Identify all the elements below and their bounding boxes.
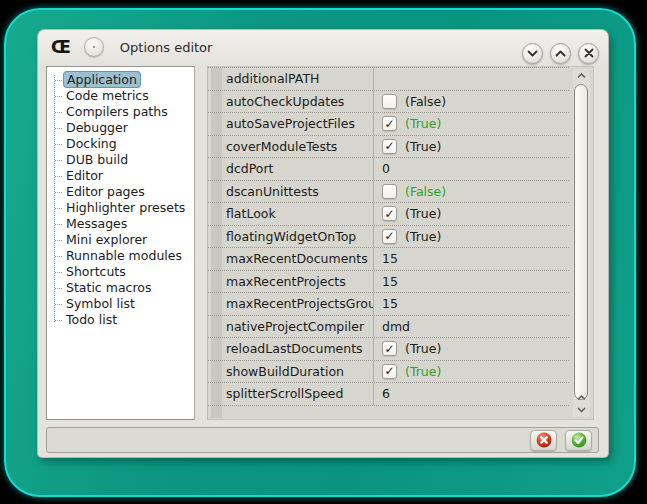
chevron-down-icon: [577, 407, 586, 413]
close-button[interactable]: [578, 43, 599, 64]
property-name: nativeProjectCompiler: [226, 319, 373, 334]
sidebar-item-compilers-paths[interactable]: Compilers paths: [47, 104, 194, 120]
property-value[interactable]: ✓ (True): [373, 361, 569, 383]
property-value[interactable]: (False): [373, 181, 569, 203]
checkbox-checked-icon[interactable]: ✓: [382, 139, 397, 154]
property-name: showBuildDuration: [226, 364, 373, 379]
property-name: maxRecentProjects: [226, 274, 373, 289]
close-icon: [584, 48, 594, 58]
checkbox-checked-icon[interactable]: ✓: [382, 364, 397, 379]
property-name: autoSaveProjectFiles: [226, 116, 373, 131]
property-name: maxRecentProjectsGrou: [226, 296, 373, 311]
sidebar-item-mini-explorer[interactable]: Mini explorer: [47, 232, 194, 248]
shade-down-button[interactable]: [522, 43, 543, 64]
property-name: dscanUnittests: [226, 184, 373, 199]
sidebar-item-editor[interactable]: Editor: [47, 168, 194, 184]
checkbox-checked-icon[interactable]: ✓: [382, 206, 397, 221]
table-row[interactable]: floatingWidgetOnTop ✓ (True): [208, 226, 569, 249]
sidebar-item-symbol-list[interactable]: Symbol list: [47, 296, 194, 312]
sidebar-item-application[interactable]: Application: [47, 72, 194, 88]
table-row[interactable]: flatLook ✓ (True): [208, 203, 569, 226]
sidebar-item-runnable-modules[interactable]: Runnable modules: [47, 248, 194, 264]
property-name: splitterScrollSpeed: [226, 386, 373, 401]
chevron-up-icon: [555, 50, 566, 57]
vertical-scrollbar[interactable]: [573, 69, 590, 417]
property-value[interactable]: 15: [373, 293, 569, 315]
scroll-up-button[interactable]: [573, 70, 590, 82]
window-menu-button[interactable]: [84, 37, 104, 57]
property-name: floatingWidgetOnTop: [226, 229, 373, 244]
window-controls: [522, 43, 599, 64]
property-value[interactable]: ✓ (True): [373, 203, 569, 225]
property-name: maxRecentDocuments: [226, 251, 373, 266]
table-row[interactable]: maxRecentProjectsGrou 15: [208, 293, 569, 316]
coedit-logo-icon: Œ: [51, 39, 71, 56]
table-row[interactable]: autoCheckUpdates (False): [208, 91, 569, 114]
screenshot-stage: Œ Options editor Application Code metric…: [0, 0, 647, 504]
chevron-up-icon: [577, 73, 586, 79]
sidebar-item-todo-list[interactable]: Todo list: [47, 312, 194, 328]
sidebar-item-static-macros[interactable]: Static macros: [47, 280, 194, 296]
property-value[interactable]: dmd: [373, 316, 569, 338]
categories-tree: Application Code metrics Compilers paths…: [47, 67, 194, 328]
options-editor-window: Œ Options editor Application Code metric…: [38, 30, 608, 457]
property-value[interactable]: ✓ (True): [373, 136, 569, 158]
property-rows: additionalPATH autoCheckUpdates (False) …: [208, 67, 569, 406]
table-row[interactable]: maxRecentDocuments 15: [208, 248, 569, 271]
property-name: reloadLastDocuments: [226, 341, 373, 356]
titlebar[interactable]: Œ Options editor: [38, 30, 608, 64]
property-value[interactable]: 15: [373, 271, 569, 293]
property-value[interactable]: 6: [373, 383, 569, 405]
chevron-down-icon: [527, 50, 538, 57]
checkbox-checked-icon[interactable]: ✓: [382, 229, 397, 244]
checkbox-unchecked-icon[interactable]: [382, 94, 397, 109]
property-name: additionalPATH: [226, 71, 373, 86]
property-name: dcdPort: [226, 161, 373, 176]
property-value[interactable]: [373, 68, 569, 90]
checkbox-checked-icon[interactable]: ✓: [382, 341, 397, 356]
table-row[interactable]: additionalPATH: [208, 68, 569, 91]
footer-bar: [46, 427, 599, 453]
categories-panel: Application Code metrics Compilers paths…: [46, 66, 195, 420]
sidebar-item-dub-build[interactable]: DUB build: [47, 152, 194, 168]
property-value[interactable]: ✓ (True): [373, 113, 569, 135]
sidebar-item-messages[interactable]: Messages: [47, 216, 194, 232]
table-row[interactable]: reloadLastDocuments ✓ (True): [208, 338, 569, 361]
table-row[interactable]: autoSaveProjectFiles ✓ (True): [208, 113, 569, 136]
property-value[interactable]: ✓ (True): [373, 338, 569, 360]
property-value[interactable]: 15: [373, 248, 569, 270]
sidebar-item-docking[interactable]: Docking: [47, 136, 194, 152]
property-value[interactable]: (False): [373, 91, 569, 113]
shade-up-button[interactable]: [550, 43, 571, 64]
accept-button[interactable]: [565, 430, 592, 451]
table-row[interactable]: splitterScrollSpeed 6: [208, 383, 569, 406]
scrollbar-thumb[interactable]: [574, 84, 588, 400]
checkbox-unchecked-icon[interactable]: [382, 184, 397, 199]
sidebar-item-code-metrics[interactable]: Code metrics: [47, 88, 194, 104]
property-value[interactable]: ✓ (True): [373, 226, 569, 248]
property-name: flatLook: [226, 206, 373, 221]
table-row[interactable]: dscanUnittests (False): [208, 181, 569, 204]
table-row[interactable]: dcdPort 0: [208, 158, 569, 181]
table-row[interactable]: nativeProjectCompiler dmd: [208, 316, 569, 339]
cancel-icon: [536, 432, 552, 448]
table-row[interactable]: showBuildDuration ✓ (True): [208, 361, 569, 384]
checkbox-checked-icon[interactable]: ✓: [382, 116, 397, 131]
scroll-down-button[interactable]: [573, 404, 590, 416]
window-title: Options editor: [120, 40, 213, 55]
accept-icon: [571, 432, 587, 448]
sidebar-item-debugger[interactable]: Debugger: [47, 120, 194, 136]
sidebar-item-highlighter-presets[interactable]: Highlighter presets: [47, 200, 194, 216]
table-row[interactable]: maxRecentProjects 15: [208, 271, 569, 294]
property-name: coverModuleTests: [226, 139, 373, 154]
sidebar-item-shortcuts[interactable]: Shortcuts: [47, 264, 194, 280]
chevron-up-icon: [577, 395, 586, 401]
table-row[interactable]: coverModuleTests ✓ (True): [208, 136, 569, 159]
property-value[interactable]: 0: [373, 158, 569, 180]
property-name: autoCheckUpdates: [226, 94, 373, 109]
property-grid: additionalPATH autoCheckUpdates (False) …: [207, 66, 594, 420]
sidebar-item-editor-pages[interactable]: Editor pages: [47, 184, 194, 200]
cancel-button[interactable]: [530, 430, 557, 451]
scroll-up-button-bottom[interactable]: [573, 392, 590, 404]
